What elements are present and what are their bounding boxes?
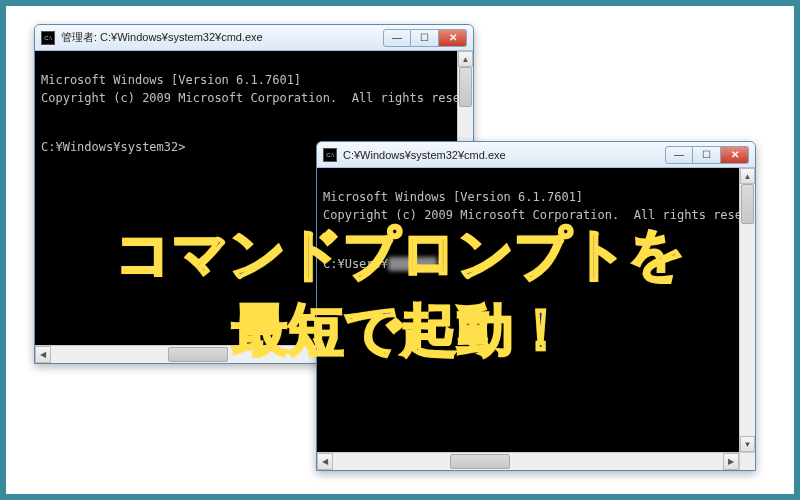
maximize-button[interactable]: ☐ [693,146,721,164]
scroll-up-icon[interactable]: ▲ [740,168,755,184]
window-title: 管理者: C:¥Windows¥system32¥cmd.exe [61,30,383,45]
scroll-down-icon[interactable]: ▼ [740,436,755,452]
scroll-right-icon[interactable]: ▶ [723,453,739,470]
resize-grip[interactable] [739,452,755,470]
scroll-track-h[interactable] [333,453,723,470]
cmd-icon [41,31,55,45]
close-button[interactable]: ✕ [439,29,467,47]
username-redacted: xxxxxx [388,257,437,271]
vertical-scrollbar[interactable]: ▲ ▼ [739,168,755,452]
titlebar[interactable]: 管理者: C:¥Windows¥system32¥cmd.exe — ☐ ✕ [35,25,473,51]
version-line: Microsoft Windows [Version 6.1.7601] [41,73,301,87]
cmd-icon [323,148,337,162]
scroll-thumb-h[interactable] [450,454,510,469]
copyright-line: Copyright (c) 2009 Microsoft Corporation… [41,91,473,105]
copyright-line: Copyright (c) 2009 Microsoft Corporation… [323,208,755,222]
prompt: C:¥Windows¥system32> [41,140,186,154]
cmd-window-user: C:¥Windows¥system32¥cmd.exe — ☐ ✕ Micros… [316,141,756,471]
minimize-button[interactable]: — [383,29,411,47]
scroll-thumb[interactable] [741,184,754,224]
scroll-thumb-h[interactable] [168,347,228,362]
scroll-track[interactable] [740,184,755,436]
scroll-up-icon[interactable]: ▲ [458,51,473,67]
version-line: Microsoft Windows [Version 6.1.7601] [323,190,583,204]
maximize-button[interactable]: ☐ [411,29,439,47]
scroll-thumb[interactable] [459,67,472,107]
prompt-prefix: C:¥Users¥ [323,257,388,271]
scroll-left-icon[interactable]: ◀ [317,453,333,470]
terminal-output[interactable]: Microsoft Windows [Version 6.1.7601] Cop… [317,168,755,452]
window-title: C:¥Windows¥system32¥cmd.exe [343,149,665,161]
minimize-button[interactable]: — [665,146,693,164]
prompt-suffix: > [437,257,444,271]
scroll-left-icon[interactable]: ◀ [35,346,51,363]
window-controls: — ☐ ✕ [665,146,749,164]
titlebar[interactable]: C:¥Windows¥system32¥cmd.exe — ☐ ✕ [317,142,755,168]
close-button[interactable]: ✕ [721,146,749,164]
window-controls: — ☐ ✕ [383,29,467,47]
horizontal-scrollbar[interactable]: ◀ ▶ [317,452,739,470]
